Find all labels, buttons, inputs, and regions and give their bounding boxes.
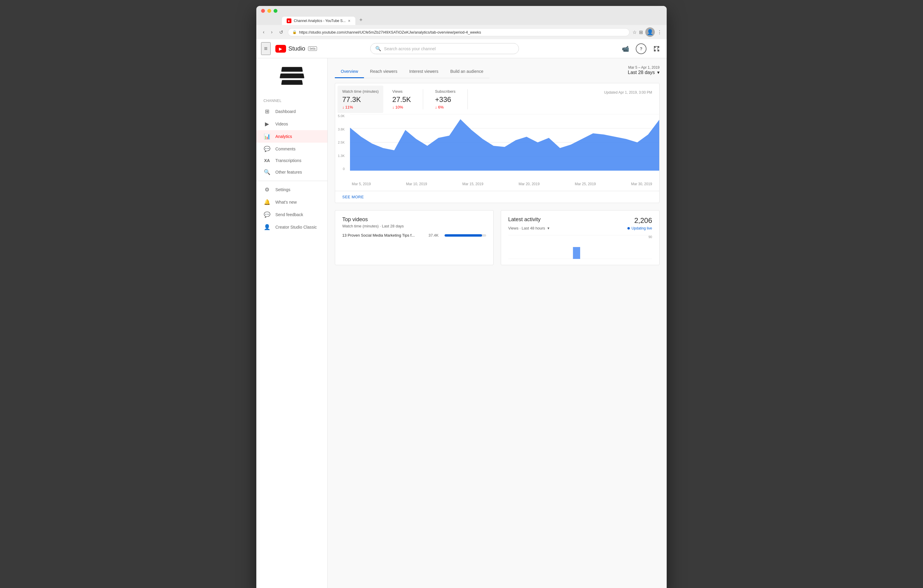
sidebar-item-creator-studio[interactable]: 👤 Creator Studio Classic — [256, 221, 327, 233]
sidebar-label-comments: Comments — [275, 146, 296, 151]
activity-title: Latest activity — [508, 217, 540, 223]
window-close-dot[interactable] — [261, 9, 265, 13]
stats-chart-card: Watch time (minutes) 77.3K ↓ 11% Views 2… — [335, 83, 660, 203]
video-row: 13 Proven Social Media Marketing Tips f.… — [342, 233, 486, 238]
analytics-chart — [350, 114, 659, 171]
stat-views[interactable]: Views 27.5K ↓ 10% — [392, 89, 423, 109]
browser-tab[interactable]: Channel Analytics - YouTube S... × — [282, 16, 355, 25]
stat-watch-time[interactable]: Watch time (minutes) 77.3K ↓ 11% — [338, 85, 383, 113]
activity-count: 2,206 — [634, 217, 652, 225]
x-label-4: Mar 20, 2019 — [519, 182, 540, 186]
menu-button[interactable]: ⋮ — [657, 30, 662, 35]
svg-rect-2 — [657, 46, 659, 48]
date-selector[interactable]: Mar 5 – Apr 1, 2019 Last 28 days ▾ — [628, 66, 660, 75]
tab-reach-viewers[interactable]: Reach viewers — [364, 66, 403, 78]
activity-mini-chart: 90 — [508, 235, 652, 259]
chart-x-labels: Mar 5, 2019 Mar 10, 2019 Mar 15, 2019 Ma… — [335, 179, 659, 191]
sidebar-item-comments[interactable]: 💬 Comments — [256, 143, 327, 155]
apps-grid-button[interactable] — [651, 43, 662, 54]
tab-close-button[interactable]: × — [348, 18, 350, 23]
hamburger-menu[interactable]: ≡ — [261, 42, 271, 55]
sidebar-item-videos[interactable]: ▶ Videos — [256, 118, 327, 130]
y-label-13k: 1.3K — [338, 154, 345, 158]
window-maximize-dot[interactable] — [274, 9, 278, 13]
tab-overview[interactable]: Overview — [335, 66, 364, 78]
new-tab-button[interactable]: + — [356, 15, 366, 25]
sidebar-label-videos: Videos — [275, 122, 288, 126]
search-bar[interactable]: 🔍 Search across your channel — [370, 43, 519, 54]
watch-time-change: ↓ 11% — [342, 105, 379, 109]
beta-badge: beta — [308, 46, 317, 51]
analytics-icon: 📊 — [263, 133, 271, 140]
x-label-2: Mar 10, 2019 — [406, 182, 427, 186]
app-header: ≡ ▶ Studiobeta 🔍 Search across your chan… — [256, 39, 667, 58]
analytics-header: Overview Reach viewers Interest viewers … — [335, 66, 660, 78]
other-features-icon: 🔍 — [263, 169, 271, 176]
activity-subtitle: Views · Last 48 hours ▾ Updating live — [508, 226, 652, 230]
sidebar: Channel ⊞ Dashboard ▶ Videos 📊 Analytics… — [256, 58, 328, 588]
dropdown-icon-activity[interactable]: ▾ — [547, 226, 550, 230]
sidebar-item-whats-new[interactable]: 🔔 What's new — [256, 196, 327, 209]
youtube-logo-icon: ▶ — [275, 45, 286, 53]
latest-activity-card: Latest activity 2,206 Views · Last 48 ho… — [501, 210, 660, 265]
y-label-0: 0 — [343, 167, 345, 171]
url-bar[interactable]: 🔒 https://studio.youtube.com/channel/UCf… — [288, 28, 629, 36]
apps-button[interactable]: ⊞ — [639, 30, 643, 35]
svg-rect-6 — [657, 50, 659, 51]
dashboard-icon: ⊞ — [263, 108, 271, 115]
sidebar-item-settings[interactable]: ⚙ Settings — [256, 184, 327, 196]
sidebar-item-dashboard[interactable]: ⊞ Dashboard — [256, 105, 327, 118]
date-range-text: Mar 5 – Apr 1, 2019 — [628, 66, 660, 69]
svg-rect-1 — [656, 46, 657, 47]
activity-chart-svg — [508, 235, 652, 259]
analytics-tabs: Overview Reach viewers Interest viewers … — [335, 66, 489, 78]
y-label-5k: 5.0K — [338, 114, 345, 118]
browser-toolbar: ‹ › ↺ 🔒 https://studio.youtube.com/chann… — [256, 25, 667, 39]
sidebar-label-analytics: Analytics — [275, 134, 292, 139]
top-videos-subtitle: Watch time (minutes) · Last 28 days — [342, 224, 486, 228]
window-minimize-dot[interactable] — [267, 9, 271, 13]
watch-time-label: Watch time (minutes) — [342, 89, 379, 94]
bottom-cards: Top videos Watch time (minutes) · Last 2… — [335, 210, 660, 265]
help-button[interactable]: ? — [636, 43, 647, 54]
creator-studio-icon: 👤 — [263, 224, 271, 230]
whats-new-icon: 🔔 — [263, 199, 271, 205]
comments-icon: 💬 — [263, 146, 271, 152]
views-change: ↓ 10% — [392, 105, 411, 109]
sidebar-item-analytics[interactable]: 📊 Analytics — [256, 130, 327, 143]
sidebar-label-other: Other features — [275, 170, 302, 174]
send-feedback-icon: 💬 — [263, 211, 271, 218]
subscribers-label: Subscribers — [435, 89, 455, 94]
sidebar-item-transcriptions[interactable]: XA Transcriptions — [256, 155, 327, 166]
reload-button[interactable]: ↺ — [278, 28, 285, 36]
activity-y-label: 90 — [649, 235, 652, 239]
tab-build-audience[interactable]: Build an audience — [444, 66, 489, 78]
stat-subscribers[interactable]: Subscribers +336 ↓ 6% — [435, 89, 468, 109]
forward-button[interactable]: › — [269, 28, 274, 36]
views-label: Views — [392, 89, 411, 94]
bookmark-button[interactable]: ☆ — [632, 30, 637, 35]
sidebar-label-send-feedback: Send feedback — [275, 212, 303, 217]
x-label-5: Mar 25, 2019 — [575, 182, 596, 186]
studio-logo: ▶ Studiobeta — [275, 45, 317, 53]
see-more-button[interactable]: SEE MORE — [335, 191, 659, 203]
back-button[interactable]: ‹ — [261, 28, 266, 36]
create-video-button[interactable]: 📹 — [620, 43, 631, 54]
tab-interest-viewers[interactable]: Interest viewers — [403, 66, 444, 78]
channel-logo — [277, 66, 307, 89]
sidebar-item-other-features[interactable]: 🔍 Other features — [256, 166, 327, 178]
user-avatar[interactable]: 👤 — [645, 27, 655, 37]
sidebar-label-whats-new: What's new — [275, 200, 297, 205]
watch-time-value: 77.3K — [342, 95, 379, 104]
content-area: Overview Reach viewers Interest viewers … — [328, 58, 667, 588]
video-title: 13 Proven Social Media Marketing Tips f.… — [342, 233, 425, 238]
sidebar-item-send-feedback[interactable]: 💬 Send feedback — [256, 209, 327, 221]
chart-container: 5.0K 3.8K 2.5K 1.3K 0 — [335, 114, 659, 179]
search-placeholder: Search across your channel — [384, 46, 436, 51]
studio-wordmark: Studio — [288, 45, 305, 52]
x-label-1: Mar 5, 2019 — [352, 182, 371, 186]
search-container: 🔍 Search across your channel — [370, 43, 519, 54]
sidebar-label-settings: Settings — [275, 187, 291, 192]
lock-icon: 🔒 — [292, 30, 297, 34]
subscribers-value: +336 — [435, 95, 455, 104]
